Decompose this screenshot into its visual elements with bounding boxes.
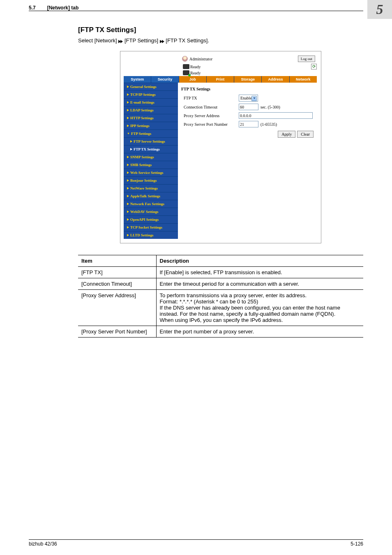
printer-status-icon (183, 64, 189, 69)
clear-button[interactable]: Clear (297, 131, 314, 138)
chevron-right-icon (127, 203, 129, 205)
chevron-right-icon (127, 234, 129, 236)
hint-connection-timeout: sec. (5-300) (261, 105, 280, 109)
cell-desc: To perform transmissions via a proxy ser… (156, 290, 363, 326)
th-description: Description (156, 255, 363, 267)
cell-desc: Enter the port number of a proxy server. (156, 326, 363, 338)
tab-job[interactable]: Job (179, 76, 207, 83)
intro-seg1: Select [Network] (78, 37, 118, 44)
tabbar: System Security Job Print Storage Addres… (120, 76, 317, 83)
chevron-right-icon (127, 156, 129, 158)
tab-print[interactable]: Print (207, 76, 234, 83)
admin-label: Administrator (189, 57, 212, 61)
sidebar-item-snmp[interactable]: SNMP Settings (124, 153, 178, 161)
chevron-right-icon (127, 117, 129, 119)
input-proxy-address[interactable]: 0.0.0.0 (239, 112, 313, 119)
sidebar-item-netfax[interactable]: Network Fax Settings (124, 200, 178, 208)
chevron-right-icon (127, 164, 129, 166)
sidebar-item-label: NetWare Settings (130, 186, 158, 190)
sidebar-item-webdav[interactable]: WebDAV Settings (124, 208, 178, 215)
chevron-down-icon: ▼ (127, 132, 130, 135)
intro-seg2: [FTP Settings] (125, 37, 160, 44)
cell-item: [Proxy Server Address] (78, 290, 156, 326)
chevron-right-icon (127, 226, 129, 229)
chevron-right-icon (127, 171, 129, 174)
sidebar-item-label: SNMP Settings (130, 155, 154, 159)
sidebar-item-lltd[interactable]: LLTD Settings (124, 231, 178, 239)
footer: bizhub 42/36 5-126 (29, 539, 363, 547)
sidebar-item-label: TCP Socket Settings (130, 225, 162, 229)
sidebar-item-label: OpenAPI Settings (130, 217, 159, 222)
footer-left: bizhub 42/36 (29, 541, 57, 547)
sidebar-item-tcpsocket[interactable]: TCP Socket Settings (124, 223, 178, 231)
cell-desc: Enter the timeout period for a communica… (156, 278, 363, 290)
logout-button[interactable]: Log out (298, 56, 315, 62)
table-row: [Connection Timeout] Enter the timeout p… (78, 278, 363, 290)
table-row: [FTP TX] If [Enable] is selected, FTP tr… (78, 267, 363, 278)
sidebar-item-ftp-server[interactable]: FTP Server Settings (124, 137, 178, 145)
label-proxy-address: Proxy Server Address (181, 113, 239, 118)
sidebar-item-label: E-mail Settings (130, 100, 154, 104)
chevron-right-icon (127, 109, 129, 111)
sidebar-item-openapi[interactable]: OpenAPI Settings (124, 215, 178, 223)
sidebar-item-websvc[interactable]: Web Service Settings (124, 169, 178, 176)
sidebar-item-label: Bonjour Settings (130, 178, 157, 183)
cell-item: [FTP TX] (78, 267, 156, 278)
page-title: [FTP TX Settings] (78, 26, 363, 34)
tab-address[interactable]: Address (262, 76, 289, 83)
refresh-icon[interactable]: ⟳ (311, 64, 317, 69)
sidebar-item-label: HTTP Settings (130, 116, 154, 120)
sidebar-item-ipp[interactable]: IPP Settings (124, 122, 178, 130)
sidebar-item-label: General Settings (130, 85, 157, 89)
chevron-right-icon (130, 140, 132, 143)
sidebar-item-ftp-tx[interactable]: FTP TX Settings (124, 145, 178, 153)
sidebar-item-label: FTP Settings (131, 132, 151, 136)
running-header: 5.7 [Network] tab (0, 4, 392, 11)
sidebar-item-label: AppleTalk Settings (130, 194, 160, 198)
sidebar-item-label: WebDAV Settings (130, 210, 158, 214)
form-title: FTP TX Settings (181, 87, 314, 91)
sidebar-item-label: LDAP Settings (130, 108, 154, 112)
chevron-right-icon (127, 218, 129, 221)
form-area: FTP TX Settings FTP TX Enable Connection… (178, 83, 317, 239)
printer-status-icon-ok (183, 70, 189, 75)
double-arrow-icon (160, 38, 164, 44)
row-proxy-port: Proxy Server Port Number 21 (1-65535) (181, 121, 314, 127)
sidebar-item-general[interactable]: General Settings (124, 83, 178, 90)
sidebar-item-tcpip[interactable]: TCP/IP Settings (124, 90, 178, 98)
sidebar-item-smb[interactable]: SMB Settings (124, 161, 178, 169)
tab-network[interactable]: Network (290, 76, 317, 83)
screenshot-panel: Administrator Log out Ready ⟳ Ready (120, 51, 321, 243)
row-proxy-address: Proxy Server Address 0.0.0.0 (181, 112, 314, 119)
tab-system[interactable]: System (124, 76, 151, 83)
chevron-right-icon (127, 125, 129, 127)
label-connection-timeout: Connection Timeout (181, 105, 239, 109)
sidebar-item-label: TCP/IP Settings (130, 92, 156, 97)
sidebar-item-appletalk[interactable]: AppleTalk Settings (124, 192, 178, 200)
cell-item: [Proxy Server Port Number] (78, 326, 156, 338)
sidebar-item-http[interactable]: HTTP Settings (124, 114, 178, 122)
sidebar-item-label: FTP TX Settings (134, 147, 160, 151)
apply-button[interactable]: Apply (278, 131, 295, 138)
tab-storage[interactable]: Storage (234, 76, 262, 83)
sidebar-item-bonjour[interactable]: Bonjour Settings (124, 176, 178, 184)
section-title: [Network] tab (47, 5, 79, 11)
status-ready-2: Ready (190, 71, 201, 75)
sidebar-item-email[interactable]: E-mail Settings (124, 98, 178, 106)
intro-text: Select [Network] [FTP Settings] [FTP TX … (78, 37, 363, 44)
chevron-right-icon (127, 101, 129, 104)
input-connection-timeout[interactable]: 60 (239, 104, 258, 110)
row-connection-timeout: Connection Timeout 60 sec. (5-300) (181, 104, 314, 110)
double-arrow-icon (118, 38, 123, 44)
sidebar-item-ldap[interactable]: LDAP Settings (124, 106, 178, 114)
select-ftp-tx[interactable]: Enable (239, 95, 258, 102)
tab-security[interactable]: Security (151, 76, 179, 83)
footer-right: 5-126 (350, 541, 363, 547)
chevron-right-icon (130, 148, 132, 150)
intro-seg3: [FTP TX Settings]. (166, 37, 209, 44)
sidebar: General Settings TCP/IP Settings E-mail … (124, 83, 178, 239)
label-ftp-tx: FTP TX (181, 96, 239, 100)
input-proxy-port[interactable]: 21 (239, 121, 258, 127)
sidebar-item-netware[interactable]: NetWare Settings (124, 184, 178, 192)
sidebar-item-ftp[interactable]: ▼FTP Settings (124, 130, 178, 137)
